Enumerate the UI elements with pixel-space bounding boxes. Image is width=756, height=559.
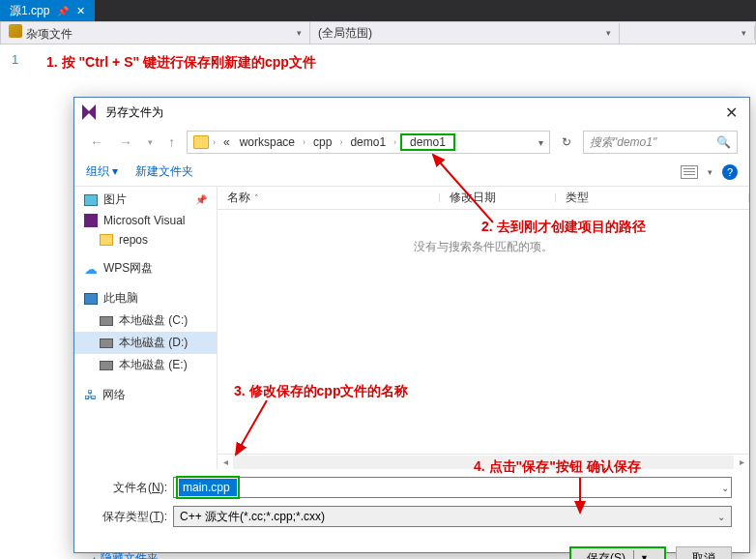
dialog-title: 另存文件为: [105, 104, 163, 121]
folder-icon: [193, 135, 209, 149]
chevron-down-icon: ▾: [297, 28, 302, 38]
refresh-button[interactable]: ↻: [558, 135, 575, 149]
member-dropdown[interactable]: ▾: [620, 26, 755, 40]
sidebar-item-wps[interactable]: ☁WPS网盘: [74, 257, 217, 280]
breadcrumb-item[interactable]: demo1: [346, 134, 390, 150]
scope-dropdown[interactable]: (全局范围) ▾: [310, 23, 620, 44]
annotation-1: 1. 按 "Ctrl + S" 键进行保存刚新建的cpp文件: [46, 54, 316, 72]
nav-recent-dropdown[interactable]: ▾: [144, 135, 157, 149]
vs-icon: [84, 214, 98, 227]
scroll-right-button[interactable]: ▸: [734, 456, 749, 467]
chevron-down-icon: ⌄: [717, 512, 725, 522]
disk-icon: [100, 361, 113, 370]
filename-input-wrap[interactable]: ⌄: [173, 477, 732, 498]
save-dropdown[interactable]: ▼: [634, 553, 649, 559]
help-button[interactable]: ?: [722, 164, 738, 180]
cloud-icon: ☁: [84, 261, 98, 277]
line-number: 1: [12, 52, 18, 67]
annotation-4: 4. 点击"保存"按钮 确认保存: [474, 458, 641, 476]
sidebar-item-drive-d[interactable]: 本地磁盘 (D:): [74, 332, 217, 354]
editor-tab[interactable]: 源1.cpp 📌 ✕: [0, 0, 95, 21]
column-date[interactable]: 修改日期: [440, 190, 556, 206]
view-dropdown[interactable]: ▾: [708, 167, 712, 177]
hide-folders-toggle[interactable]: ▴ 隐藏文件夹: [92, 550, 159, 560]
pictures-icon: [84, 194, 98, 206]
disk-icon: [100, 316, 113, 326]
scroll-left-button[interactable]: ◂: [218, 456, 233, 467]
column-type[interactable]: 类型: [556, 190, 749, 206]
chevron-right-icon: ›: [337, 137, 344, 147]
vs-logo-icon: [82, 104, 98, 120]
sidebar-item-pictures[interactable]: 图片📌: [74, 189, 217, 211]
misc-icon: [9, 24, 22, 38]
sidebar-item-thispc[interactable]: 此电脑: [74, 287, 217, 309]
breadcrumb-item-current[interactable]: demo1: [406, 134, 450, 150]
column-name[interactable]: 名称˄: [218, 190, 440, 206]
pc-icon: [84, 293, 98, 305]
collapse-icon: ▴: [92, 553, 97, 560]
nav-back-button[interactable]: ←: [86, 132, 107, 152]
search-input[interactable]: 搜索"demo1" 🔍: [583, 131, 738, 154]
chevron-right-icon: ›: [392, 137, 398, 147]
annotation-3: 3. 修改保存的cpp文件的名称: [234, 383, 408, 400]
annotation-2: 2. 去到刚才创建项目的路径: [481, 219, 646, 236]
sidebar-item-repos[interactable]: repos: [74, 230, 217, 250]
sidebar-item-drive-c[interactable]: 本地磁盘 (C:): [74, 309, 217, 332]
breadcrumb-item[interactable]: cpp: [309, 134, 335, 150]
filetype-select[interactable]: C++ 源文件(*.cc;*.cpp;*.cxx) ⌄: [173, 506, 732, 527]
folder-icon: [100, 234, 113, 246]
pin-icon[interactable]: 📌: [57, 6, 69, 16]
sidebar-item-drive-e[interactable]: 本地磁盘 (E:): [74, 354, 217, 376]
sidebar-item-network[interactable]: 🖧网络: [74, 384, 217, 406]
cancel-button[interactable]: 取消: [676, 546, 732, 559]
filetype-label: 保存类型(T):: [92, 509, 167, 525]
file-list-header: 名称˄ 修改日期 类型: [218, 187, 749, 210]
close-icon[interactable]: ✕: [76, 5, 85, 17]
organize-button[interactable]: 组织 ▾: [86, 163, 118, 180]
chevron-right-icon: ›: [211, 137, 218, 147]
filename-input[interactable]: [179, 479, 237, 496]
tab-title: 源1.cpp: [10, 3, 49, 19]
sort-indicator-icon: ˄: [254, 193, 259, 203]
nav-up-button[interactable]: ↑: [164, 132, 179, 152]
chevron-down-icon: ▾: [741, 28, 746, 38]
save-as-dialog: 另存文件为 ✕ ← → ▾ ↑ › « workspace › cpp › de…: [73, 97, 750, 553]
search-placeholder: 搜索"demo1": [590, 134, 656, 151]
breadcrumb-item[interactable]: workspace: [236, 134, 299, 150]
search-icon: 🔍: [716, 135, 731, 149]
view-options-button[interactable]: [681, 165, 698, 179]
nav-forward-button[interactable]: →: [115, 132, 136, 152]
chevron-down-icon: ▾: [606, 28, 611, 38]
filename-label: 文件名(N):: [92, 480, 167, 496]
chevron-right-icon: ›: [301, 137, 307, 147]
misc-files-dropdown[interactable]: 杂项文件 ▾: [1, 22, 310, 44]
save-button[interactable]: 保存(S) ▼: [569, 546, 666, 559]
new-folder-button[interactable]: 新建文件夹: [135, 163, 193, 180]
disk-icon: [100, 338, 113, 348]
filename-dropdown[interactable]: ⌄: [721, 483, 729, 493]
folder-sidebar: 图片📌 Microsoft Visual repos ☁WPS网盘 此电脑 本地…: [74, 187, 218, 469]
network-icon: 🖧: [84, 388, 97, 402]
pin-icon: 📌: [195, 194, 207, 205]
breadcrumb-prefix: «: [219, 134, 234, 150]
close-dialog-button[interactable]: ✕: [721, 103, 741, 122]
sidebar-item-vs[interactable]: Microsoft Visual: [74, 211, 217, 230]
address-dropdown[interactable]: ▾: [538, 137, 543, 148]
address-bar[interactable]: › « workspace › cpp › demo1 › demo1 ▾: [187, 131, 550, 154]
